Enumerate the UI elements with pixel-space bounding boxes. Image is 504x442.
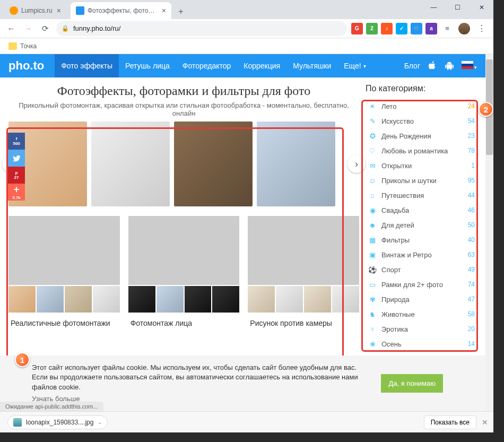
category-name: Осень [381,340,402,348]
carousel-item[interactable] [91,122,170,206]
close-tab-icon[interactable]: × [162,6,166,15]
share-twitter[interactable] [8,150,25,167]
card-image [8,216,120,285]
extension-icon[interactable]: 🛒 [411,23,422,34]
nav-more[interactable]: Еще!▾ [337,54,372,77]
reload-button[interactable]: ⟳ [37,21,53,37]
flag-ru-icon [462,61,473,69]
lock-icon: 🔒 [62,25,69,32]
browser-tab-1[interactable]: Фотоэффекты, фоторамки и фи × [71,2,171,19]
close-window-button[interactable]: ✕ [470,0,493,15]
category-name: Животные [381,310,415,318]
minimize-button[interactable]: — [422,0,446,15]
category-item[interactable]: ♞Животные58 [366,307,477,322]
category-icon: ⌂ [368,190,377,200]
reading-list-icon[interactable]: ≡ [439,21,455,37]
share-bar: f500 p27 +5.7k [8,133,25,201]
category-icon: ✎ [368,116,377,126]
nav-editor[interactable]: Фоторедактор [176,54,238,77]
tab-title: Lumpics.ru [21,7,53,14]
category-item[interactable]: ♡Любовь и романтика78 [366,143,477,158]
close-tab-icon[interactable]: × [57,6,61,15]
forward-button[interactable]: → [20,21,36,37]
extension-icon[interactable]: 2 [366,23,378,34]
extension-icon[interactable]: G [351,23,363,34]
extension-icon[interactable]: a [425,23,437,34]
category-card[interactable]: Рисунок против камеры [248,216,359,334]
category-count: 24 [468,102,475,110]
nav-effects[interactable]: Фото эффекты [55,54,119,77]
category-item[interactable]: ▣Винтаж и Ретро63 [366,247,477,262]
share-facebook[interactable]: f500 [8,133,25,150]
category-item[interactable]: ✪День Рождения23 [366,128,477,143]
category-item[interactable]: ✎Искусство54 [366,114,477,128]
site-logo[interactable]: pho.to [8,59,44,73]
category-item[interactable]: ☀Лето24 [366,99,477,114]
new-tab-button[interactable]: + [173,4,188,19]
categories-grid: Реалистичные фотомонтажи Фотомонтаж лица… [8,216,359,334]
category-item[interactable]: ⌂Путешествия44 [366,188,477,203]
download-item[interactable]: loonapix_1590833....jpg ⌄ [7,415,108,429]
category-item[interactable]: ♀Эротика20 [366,322,477,336]
card-thumb [332,286,359,313]
nav-blog[interactable]: Блог [404,62,420,70]
category-name: Эротика [381,325,408,333]
category-name: Приколы и шутки [381,177,437,185]
category-item[interactable]: ▭Рамки для 2+ фото74 [366,277,477,292]
card-thumb [93,286,120,313]
category-name: Фильтры [381,236,410,244]
android-icon[interactable] [445,61,454,71]
category-icon: ◉ [368,205,377,215]
category-item[interactable]: ⚽Спорт49 [366,262,477,277]
download-bar: loonapix_1590833....jpg ⌄ Показать все ✕ [0,411,493,432]
language-selector[interactable]: ▾ [462,61,477,71]
nav-retouch[interactable]: Ретушь лица [119,54,176,77]
extension-icon[interactable]: ✓ [396,23,407,34]
category-card[interactable]: Реалистичные фотомонтажи [8,216,120,334]
extension-icon[interactable]: ♪ [381,23,393,34]
apple-icon[interactable] [428,61,437,71]
status-bar: Ожидание api-public.addthis.com... [0,402,103,411]
nav-cartoons[interactable]: Мультяшки [286,54,337,77]
cookie-accept-button[interactable]: Да, я понимаю [381,374,443,393]
carousel-item[interactable] [174,122,253,206]
category-item[interactable]: ☺Приколы и шутки95 [366,173,477,188]
category-icon: ✪ [368,131,377,141]
profile-avatar[interactable] [458,23,470,34]
bookmark-label: Точка [20,42,37,50]
category-count: 23 [468,132,475,140]
back-button[interactable]: ← [3,21,19,37]
carousel-next-button[interactable]: › [347,155,366,173]
category-name: Рамки для 2+ фото [381,281,443,289]
category-count: 95 [468,177,475,184]
cookie-text: Этот сайт использует файлы cookie. Мы ис… [32,363,358,391]
chevron-down-icon: ⌄ [98,419,102,425]
address-bar[interactable]: 🔒 funny.pho.to/ru/ [56,21,347,36]
category-item[interactable]: ✉Открытки1 [366,158,477,173]
category-item[interactable]: ▦Фильтры40 [366,232,477,247]
category-count: 54 [468,117,475,125]
maximize-button[interactable]: ☐ [446,0,470,15]
browser-tab-0[interactable]: Lumpics.ru × [4,2,66,19]
carousel-item[interactable] [257,122,335,206]
menu-button[interactable]: ⋮ [473,23,490,33]
nav-correction[interactable]: Коррекция [237,54,286,77]
bookmark-item[interactable]: Точка [5,41,40,51]
category-item[interactable]: ❀Осень14 [366,336,477,351]
category-card[interactable]: Фотомонтаж лица [128,216,240,334]
share-pinterest[interactable]: p27 [8,167,25,184]
category-count: 78 [468,147,475,154]
show-all-downloads-button[interactable]: Показать все [424,415,476,429]
card-thumb [8,286,36,313]
annotation-badge-2: 2 [479,102,493,117]
category-item[interactable]: ✾Природа47 [366,292,477,307]
category-name: Открытки [381,162,412,170]
category-item[interactable]: ◉Свадьба46 [366,203,477,218]
category-item[interactable]: ☻Для детей50 [366,218,477,232]
category-icon: ▭ [368,280,377,289]
share-more[interactable]: +5.7k [8,184,25,201]
close-downloads-button[interactable]: ✕ [482,418,488,427]
category-count: 63 [468,251,475,258]
browser-titlebar: Lumpics.ru × Фотоэффекты, фоторамки и фи… [0,0,493,19]
card-label: Рисунок против камеры [248,313,359,334]
